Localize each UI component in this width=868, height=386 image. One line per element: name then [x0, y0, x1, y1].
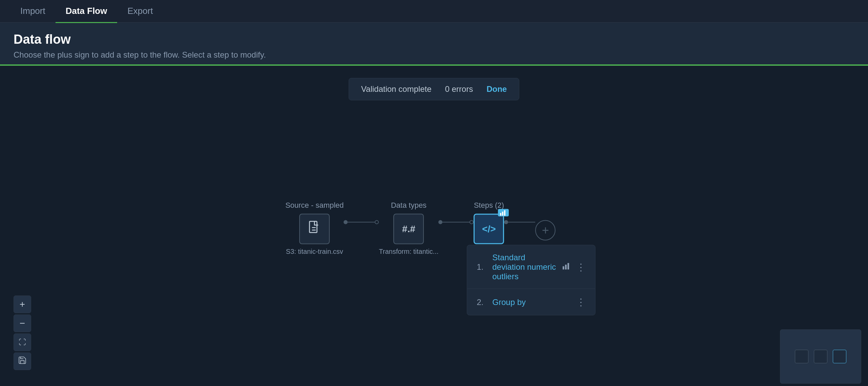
validation-banner: Validation complete 0 errors Done — [349, 78, 519, 100]
tab-data-flow[interactable]: Data Flow — [56, 0, 117, 23]
fit-view-button[interactable]: ⛶ — [14, 333, 31, 351]
source-node-label: Source - sampled — [285, 201, 344, 210]
connector-line-3 — [508, 222, 535, 223]
steps-node-box[interactable]: </> — [474, 214, 504, 244]
tab-export[interactable]: Export — [117, 0, 163, 23]
svg-rect-0 — [309, 221, 317, 232]
fit-icon: ⛶ — [19, 338, 26, 347]
mini-map-node-2 — [814, 350, 827, 363]
datatypes-node-box[interactable]: #.# — [393, 214, 424, 244]
zoom-in-button[interactable]: + — [14, 296, 31, 313]
top-navigation: Import Data Flow Export — [0, 0, 868, 23]
tab-import[interactable]: Import — [10, 0, 56, 23]
plus-button-wrapper: + — [535, 201, 556, 241]
steps-node-badge — [498, 209, 509, 217]
step-1-item[interactable]: 1. Standard deviation numeric outliers ⋮ — [467, 245, 595, 289]
flow-diagram: Source - sampled S3: titanic-train.csv — [285, 201, 556, 256]
connector-2 — [438, 201, 474, 224]
datatypes-node-group: Data types #.# Transform: titantic... — [379, 201, 438, 256]
step-1-name[interactable]: Standard deviation numeric outliers — [492, 253, 557, 281]
connector-line-2 — [442, 222, 470, 223]
page-subtitle: Choose the plus sign to add a step to th… — [14, 50, 854, 60]
validation-text: Validation complete — [361, 84, 432, 94]
datatypes-node-icon: #.# — [402, 224, 415, 235]
step-2-number: 2. — [477, 297, 487, 307]
steps-node-wrapper: </> — [474, 214, 504, 244]
page-title: Data flow — [14, 32, 854, 47]
connector-dot-1 — [344, 220, 348, 224]
connector-dot-3 — [504, 220, 508, 224]
canvas-area: Validation complete 0 errors Done Source… — [0, 66, 868, 386]
mini-map — [780, 329, 861, 384]
step-2-menu[interactable]: ⋮ — [576, 297, 586, 308]
step-2-item[interactable]: 2. Group by ⋮ — [467, 289, 595, 315]
save-icon — [18, 356, 27, 367]
source-node-group: Source - sampled S3: titanic-train.csv — [285, 201, 344, 256]
validation-done-button[interactable]: Done — [486, 84, 507, 94]
datatypes-node-sublabel: Transform: titantic... — [379, 248, 438, 256]
zoom-out-icon: − — [20, 318, 25, 329]
zoom-controls: + − ⛶ — [14, 296, 31, 370]
connector-1 — [344, 201, 379, 224]
connector-line-1 — [348, 222, 375, 223]
svg-rect-5 — [504, 210, 505, 216]
tab-data-flow-label: Data Flow — [66, 6, 107, 16]
tab-export-label: Export — [127, 6, 153, 16]
datatypes-node-label: Data types — [391, 201, 427, 210]
zoom-in-icon: + — [20, 299, 25, 310]
connector-dot-2 — [438, 220, 442, 224]
mini-map-node-1 — [795, 350, 808, 363]
tab-import-label: Import — [20, 6, 45, 16]
svg-rect-4 — [502, 212, 503, 216]
svg-rect-7 — [565, 265, 567, 269]
svg-rect-8 — [568, 263, 569, 269]
mini-map-node-3 — [833, 350, 846, 363]
save-button[interactable] — [14, 352, 31, 370]
page-header: Data flow Choose the plus sign to add a … — [0, 23, 868, 64]
svg-rect-3 — [500, 213, 501, 216]
step-2-name[interactable]: Group by — [492, 297, 571, 307]
steps-node-group: Steps (2) </> 1. — [474, 201, 504, 244]
zoom-out-button[interactable]: − — [14, 314, 31, 332]
connector-dot-open-2 — [470, 220, 474, 224]
svg-rect-6 — [563, 266, 564, 270]
connector-3 — [504, 201, 535, 224]
step-1-menu[interactable]: ⋮ — [576, 261, 586, 272]
add-step-button[interactable]: + — [535, 220, 556, 241]
connector-dot-open-1 — [375, 220, 379, 224]
source-node-sublabel: S3: titanic-train.csv — [286, 248, 343, 256]
source-node-box[interactable] — [299, 214, 330, 244]
steps-popup: 1. Standard deviation numeric outliers ⋮… — [467, 245, 595, 316]
validation-errors: 0 errors — [445, 84, 473, 94]
source-node-icon — [307, 220, 322, 238]
steps-node-label: Steps (2) — [474, 201, 504, 210]
step-1-number: 1. — [477, 262, 487, 272]
step-1-chart-icon — [563, 262, 571, 272]
steps-node-icon: </> — [482, 224, 496, 235]
